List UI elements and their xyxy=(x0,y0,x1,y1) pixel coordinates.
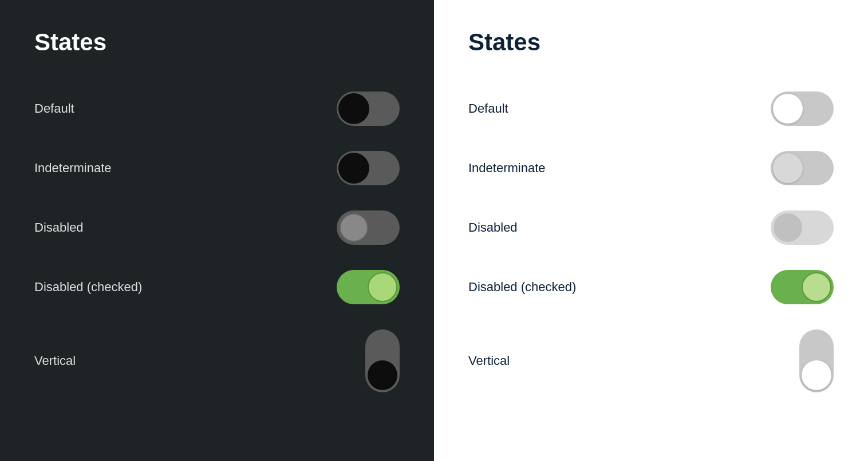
dark-disabled-row: Disabled xyxy=(34,198,400,257)
light-disabled-checked-toggle xyxy=(771,270,834,304)
light-default-track xyxy=(771,92,834,126)
dark-vertical-toggle-container xyxy=(365,329,400,392)
light-default-toggle-container xyxy=(771,92,834,126)
dark-vertical-row: Vertical xyxy=(34,317,400,405)
light-disabled-checked-track xyxy=(771,270,834,304)
dark-indeterminate-thumb xyxy=(338,153,369,184)
dark-panel: States Default Indeterminate Disabled xyxy=(0,0,434,461)
dark-indeterminate-label: Indeterminate xyxy=(34,161,112,176)
light-indeterminate-row: Indeterminate xyxy=(468,138,834,198)
dark-disabled-checked-row: Disabled (checked) xyxy=(34,257,400,317)
light-indeterminate-label: Indeterminate xyxy=(468,161,546,176)
dark-disabled-track xyxy=(337,210,400,245)
dark-indeterminate-toggle-container xyxy=(337,151,400,185)
dark-disabled-checked-track xyxy=(337,270,400,304)
dark-disabled-label: Disabled xyxy=(34,220,84,235)
light-indeterminate-toggle[interactable] xyxy=(771,151,834,185)
dark-default-row: Default xyxy=(34,79,400,138)
dark-disabled-checked-thumb xyxy=(368,272,397,302)
light-default-label: Default xyxy=(468,101,508,116)
dark-vertical-thumb xyxy=(368,360,397,390)
dark-vertical-toggle[interactable] xyxy=(365,329,400,392)
dark-disabled-checked-toggle xyxy=(337,270,400,304)
light-default-thumb xyxy=(773,94,803,124)
dark-disabled-thumb xyxy=(340,213,368,242)
light-disabled-checked-thumb xyxy=(802,272,831,302)
dark-indeterminate-row: Indeterminate xyxy=(34,138,400,198)
dark-default-toggle-container xyxy=(337,92,400,126)
light-disabled-checked-label: Disabled (checked) xyxy=(468,280,576,295)
light-indeterminate-track xyxy=(771,151,834,185)
light-disabled-row: Disabled xyxy=(468,198,834,257)
light-vertical-toggle-container xyxy=(799,329,834,392)
dark-panel-title: States xyxy=(34,29,400,56)
dark-indeterminate-track xyxy=(337,151,400,185)
light-disabled-thumb xyxy=(774,213,802,242)
light-vertical-thumb xyxy=(802,360,831,390)
light-disabled-checked-row: Disabled (checked) xyxy=(468,257,834,317)
light-indeterminate-thumb xyxy=(773,153,803,183)
light-vertical-track xyxy=(799,329,834,392)
dark-default-track xyxy=(337,92,400,126)
dark-vertical-track xyxy=(365,329,400,392)
light-disabled-label: Disabled xyxy=(468,220,518,235)
dark-default-label: Default xyxy=(34,101,74,116)
dark-indeterminate-toggle[interactable] xyxy=(337,151,400,185)
light-disabled-toggle-container xyxy=(771,210,834,245)
light-default-toggle[interactable] xyxy=(771,92,834,126)
dark-default-thumb xyxy=(338,93,369,124)
dark-disabled-checked-label: Disabled (checked) xyxy=(34,280,142,295)
dark-disabled-toggle xyxy=(337,210,400,245)
light-disabled-toggle xyxy=(771,210,834,245)
light-vertical-toggle[interactable] xyxy=(799,329,834,392)
light-indeterminate-toggle-container xyxy=(771,151,834,185)
light-panel-title: States xyxy=(468,29,834,56)
dark-disabled-toggle-container xyxy=(337,210,400,245)
dark-vertical-label: Vertical xyxy=(34,353,76,368)
dark-disabled-checked-toggle-container xyxy=(337,270,400,304)
light-default-row: Default xyxy=(468,79,834,138)
dark-default-toggle[interactable] xyxy=(337,92,400,126)
light-panel: States Default Indeterminate Disabled xyxy=(434,0,868,461)
light-disabled-track xyxy=(771,210,834,245)
light-vertical-label: Vertical xyxy=(468,353,510,368)
light-disabled-checked-toggle-container xyxy=(771,270,834,304)
light-vertical-row: Vertical xyxy=(468,317,834,405)
